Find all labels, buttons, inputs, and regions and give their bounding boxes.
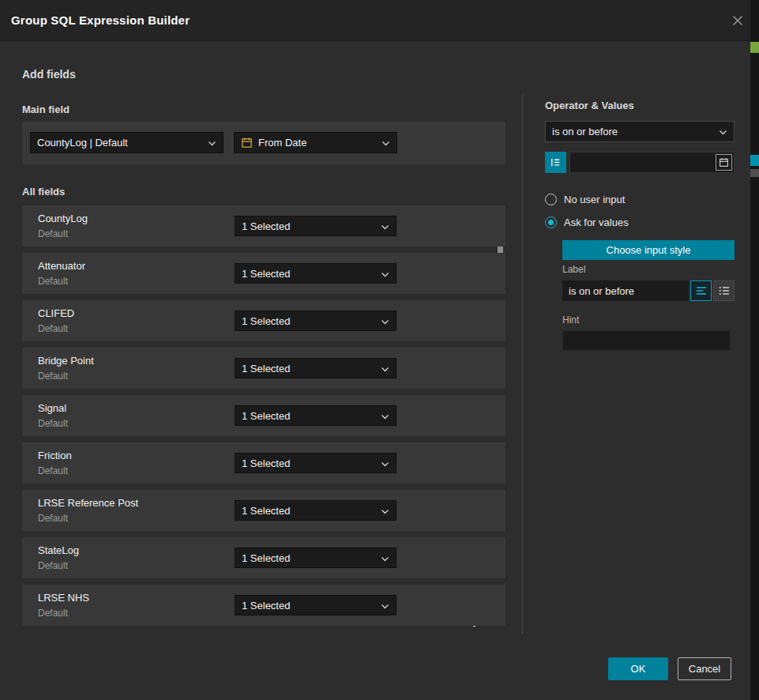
edge-teal-block [750, 155, 759, 166]
field-name: LRSE Reference Post [38, 497, 138, 509]
selected-count: 1 Selected [242, 600, 290, 612]
chevron-down-icon [381, 268, 389, 280]
field-name: CLIFED [38, 307, 74, 319]
radio-circle-icon [545, 194, 557, 205]
dialog-titlebar: Group SQL Expression Builder [0, 0, 750, 41]
field-name: Attenuator [38, 260, 85, 272]
field-subtitle: Default [38, 513, 68, 524]
field-subtitle: Default [38, 560, 68, 571]
all-fields-heading: All fields [22, 186, 65, 198]
chevron-down-icon [381, 600, 389, 612]
close-button[interactable] [730, 13, 746, 28]
field-subtitle: Default [38, 323, 68, 334]
layer-select[interactable]: CountyLog | Default [30, 132, 224, 153]
field-subtitle: Default [38, 418, 68, 429]
calendar-icon [241, 137, 253, 149]
radio-ask-for-values[interactable]: Ask for values [545, 216, 629, 228]
selected-count: 1 Selected [242, 410, 290, 422]
selected-count: 1 Selected [242, 457, 290, 469]
value-input-wrap [569, 152, 735, 173]
field-row: Bridge Point Default 1 Selected [22, 348, 505, 389]
dialog-title: Group SQL Expression Builder [11, 0, 190, 40]
operator-select-value: is on or before [552, 126, 618, 137]
list-input-style-toggle[interactable] [713, 280, 735, 301]
field-subtitle: Default [38, 608, 68, 619]
selected-count: 1 Selected [242, 268, 290, 280]
all-fields-list: CountyLog Default 1 Selected Attenuator … [22, 205, 505, 628]
label-row [562, 280, 735, 301]
field-values-select[interactable]: 1 Selected [235, 310, 396, 331]
selected-count: 1 Selected [242, 220, 290, 232]
hint-label: Hint [562, 314, 579, 326]
selected-count: 1 Selected [242, 552, 290, 564]
hint-input[interactable] [562, 330, 731, 351]
field-values-select[interactable]: 1 Selected [235, 548, 396, 568]
selected-count: 1 Selected [242, 363, 290, 374]
align-left-icon [696, 286, 707, 295]
field-subtitle: Default [38, 371, 68, 382]
field-name: LRSE NHS [38, 592, 89, 604]
field-row: CountyLog Default 1 Selected [22, 205, 505, 247]
chevron-down-icon [381, 505, 389, 517]
main-field-heading: Main field [22, 103, 70, 115]
chevron-down-icon [381, 315, 389, 327]
selected-count: 1 Selected [242, 505, 290, 517]
field-values-select[interactable]: 1 Selected [235, 595, 396, 615]
radio-no-user-input[interactable]: No user input [545, 194, 625, 205]
chevron-down-icon [381, 410, 389, 422]
operator-select[interactable]: is on or before [545, 121, 735, 142]
app-edge-strip [750, 0, 759, 700]
close-icon [731, 14, 744, 27]
field-values-select[interactable]: 1 Selected [235, 405, 396, 426]
chevron-down-icon [381, 457, 389, 469]
edge-green-block [750, 42, 759, 53]
edge-gray-block [750, 169, 759, 177]
field-name: Friction [38, 450, 72, 461]
main-field-select-value: From Date [258, 137, 306, 149]
field-values-select[interactable]: 1 Selected [235, 358, 396, 378]
unique-values-icon [550, 156, 562, 168]
field-name: CountyLog [38, 213, 88, 224]
column-divider [522, 93, 523, 634]
radio-ask-for-values-label: Ask for values [564, 216, 629, 228]
date-picker-button[interactable] [716, 154, 732, 171]
main-field-select[interactable]: From Date [234, 132, 397, 153]
field-row: Attenuator Default 1 Selected [22, 253, 505, 294]
field-values-select[interactable]: 1 Selected [235, 216, 396, 236]
chevron-down-icon [381, 363, 389, 374]
field-row: StateLog Default 1 Selected [22, 537, 505, 578]
chevron-down-icon [381, 552, 389, 564]
field-row: LRSE Reference Post Default 1 Selected [22, 490, 505, 531]
field-name: Bridge Point [38, 355, 94, 367]
chevron-down-icon [381, 137, 390, 149]
field-name: StateLog [38, 544, 79, 556]
chevron-down-icon [208, 137, 216, 149]
unique-values-button[interactable] [545, 152, 566, 173]
value-row [545, 152, 735, 173]
choose-input-style-button[interactable]: Choose input style [562, 240, 735, 260]
add-fields-heading: Add fields [22, 68, 76, 81]
field-values-select[interactable]: 1 Selected [235, 453, 396, 473]
label-input[interactable] [562, 280, 689, 301]
main-field-panel: CountyLog | Default From Date [22, 122, 505, 164]
cancel-button[interactable]: Cancel [678, 657, 731, 680]
layer-select-value: CountyLog | Default [37, 137, 128, 149]
selected-count: 1 Selected [242, 315, 290, 327]
field-subtitle: Default [38, 465, 68, 476]
chevron-down-icon [381, 220, 389, 232]
label-label: Label [562, 264, 585, 275]
choose-input-style-label: Choose input style [607, 244, 691, 256]
ok-button[interactable]: OK [608, 657, 668, 680]
bullet-list-icon [719, 286, 730, 295]
field-subtitle: Default [38, 228, 68, 239]
radio-circle-selected-icon [545, 216, 557, 228]
text-input-style-toggle[interactable] [690, 280, 712, 301]
radio-no-user-input-label: No user input [564, 194, 625, 205]
field-row: Friction Default 1 Selected [22, 442, 505, 484]
value-input[interactable] [570, 152, 734, 172]
calendar-icon [719, 157, 729, 167]
operator-values-heading: Operator & Values [545, 100, 634, 111]
field-values-select[interactable]: 1 Selected [235, 500, 396, 521]
field-values-select[interactable]: 1 Selected [235, 263, 396, 284]
field-row: LRSE NHS Default 1 Selected [22, 585, 505, 626]
